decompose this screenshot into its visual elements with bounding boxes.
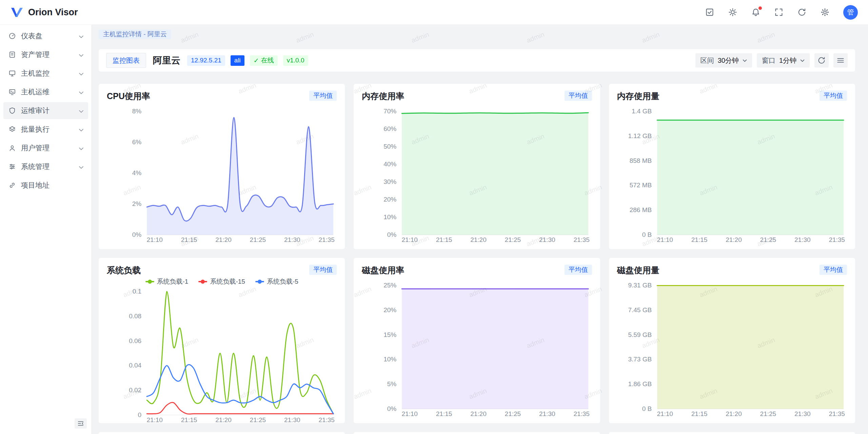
- svg-text:21:25: 21:25: [250, 416, 266, 423]
- svg-text:21:25: 21:25: [505, 236, 521, 243]
- sidebar-item-system-mgmt[interactable]: 系统管理: [3, 158, 88, 175]
- svg-text:21:10: 21:10: [657, 410, 673, 417]
- legend-item[interactable]: 系统负载-1: [145, 277, 189, 286]
- host-ops-icon: [8, 88, 16, 96]
- svg-text:21:30: 21:30: [539, 236, 555, 243]
- svg-text:21:35: 21:35: [829, 410, 845, 417]
- sidebar-item-user-mgmt[interactable]: 用户管理: [3, 139, 88, 156]
- collapse-sidebar-button[interactable]: [75, 418, 87, 429]
- chart-title: CPU使用率: [107, 91, 150, 102]
- sidebar-item-assets[interactable]: 资产管理: [3, 46, 88, 63]
- monitor-chart-button[interactable]: 监控图表: [106, 53, 146, 68]
- svg-text:30%: 30%: [383, 178, 396, 185]
- sidebar-item-project-link[interactable]: 项目地址: [3, 177, 88, 194]
- svg-text:20%: 20%: [383, 196, 396, 203]
- chart-card-partial: [609, 432, 855, 434]
- svg-text:10%: 10%: [383, 356, 396, 363]
- range-select[interactable]: 区间 30分钟: [695, 53, 752, 68]
- host-agent-tag: ali: [231, 55, 244, 66]
- svg-text:21:25: 21:25: [760, 410, 776, 417]
- chart-canvas: 9.31 GB7.45 GB5.59 GB3.73 GB1.86 GB0 B21…: [617, 278, 847, 419]
- svg-text:21:10: 21:10: [146, 416, 163, 423]
- svg-text:0 B: 0 B: [642, 405, 652, 412]
- chart-title: 磁盘使用量: [617, 265, 659, 276]
- avg-badge: 平均值: [309, 265, 337, 275]
- chart-card-memory-rate: 内存使用率 平均值 70%60%50%40%30%20%10%0%21:1021…: [354, 84, 600, 249]
- watermark-text: admin: [641, 31, 661, 44]
- svg-text:60%: 60%: [383, 125, 396, 132]
- chart-card-disk-rate: 磁盘使用率 平均值 25%20%15%10%5%0%21:1021:1521:2…: [354, 258, 600, 423]
- svg-text:1.4 GB: 1.4 GB: [632, 108, 652, 115]
- chevron-down-icon: [79, 32, 83, 40]
- legend-item[interactable]: 系统负载-5: [255, 277, 298, 286]
- svg-text:21:20: 21:20: [215, 416, 232, 423]
- check-icon: ✓: [254, 57, 259, 64]
- svg-text:0%: 0%: [387, 231, 397, 238]
- svg-text:21:20: 21:20: [726, 236, 742, 243]
- watermark-text: admin: [526, 31, 546, 44]
- svg-text:21:25: 21:25: [760, 236, 776, 243]
- fullscreen-icon[interactable]: [774, 7, 784, 17]
- svg-text:21:30: 21:30: [284, 416, 300, 423]
- watermark-text: admin: [295, 31, 315, 44]
- chart-legend: 系统负载-1系统负载-15系统负载-5: [107, 277, 337, 286]
- svg-text:21:15: 21:15: [181, 416, 197, 423]
- assets-icon: [8, 51, 16, 59]
- svg-text:8%: 8%: [132, 108, 142, 115]
- avg-badge: 平均值: [565, 91, 592, 101]
- sidebar-item-host-ops[interactable]: 主机运维: [3, 83, 88, 100]
- brand[interactable]: Orion Visor: [10, 6, 78, 18]
- window-label: 窗口: [762, 56, 775, 65]
- hamburger-menu-icon: [836, 56, 845, 64]
- theme-toggle-icon[interactable]: [728, 7, 737, 17]
- avatar[interactable]: 管: [843, 5, 858, 20]
- avg-badge: 平均值: [565, 265, 592, 275]
- svg-text:21:20: 21:20: [726, 410, 742, 417]
- host-name: 阿里云: [153, 54, 180, 67]
- svg-text:4%: 4%: [132, 169, 142, 176]
- svg-text:21:20: 21:20: [471, 236, 487, 243]
- svg-text:50%: 50%: [383, 143, 396, 150]
- chevron-down-icon: [79, 144, 83, 152]
- svg-text:21:30: 21:30: [794, 236, 811, 243]
- sidebar-item-host-monitoring[interactable]: 主机监控: [3, 65, 88, 82]
- chevron-down-icon: [79, 51, 83, 59]
- refresh-icon[interactable]: [797, 7, 807, 17]
- chart-settings-button[interactable]: [833, 53, 848, 68]
- chart-canvas: 70%60%50%40%30%20%10%0%21:1021:1521:2021…: [362, 103, 592, 245]
- notifications-bell-icon[interactable]: [751, 7, 761, 17]
- sidebar-item-batch-exec[interactable]: 批量执行: [3, 121, 88, 138]
- breadcrumb[interactable]: 主机监控详情 - 阿里云: [99, 30, 171, 39]
- svg-text:40%: 40%: [383, 161, 396, 168]
- status-badge: ✓在线: [250, 55, 278, 66]
- settings-gear-icon[interactable]: [820, 7, 830, 17]
- chevron-down-icon: [79, 69, 83, 77]
- sidebar-item-ops-audit[interactable]: 运维审计: [3, 102, 88, 119]
- window-select[interactable]: 窗口 1分钟: [757, 53, 810, 68]
- sidebar-item-label: 资产管理: [21, 50, 74, 59]
- sidebar-item-label: 主机监控: [21, 69, 74, 78]
- svg-text:7.45 GB: 7.45 GB: [628, 306, 652, 314]
- host-ip-tag: 12.92.5.21: [187, 55, 225, 66]
- svg-text:6%: 6%: [132, 138, 142, 146]
- svg-text:572 MB: 572 MB: [629, 182, 651, 189]
- batch-layers-icon: [8, 125, 16, 133]
- host-header-card: 监控图表 阿里云 12.92.5.21 ali ✓在线 v1.0.0 区间 30…: [99, 49, 855, 72]
- svg-text:21:35: 21:35: [318, 416, 335, 423]
- chevron-down-icon: [79, 88, 83, 96]
- collapse-sidebar-icon: [77, 420, 84, 427]
- sidebar-item-dashboard[interactable]: 仪表盘: [3, 27, 88, 44]
- svg-text:21:15: 21:15: [436, 410, 452, 417]
- chart-title: 内存使用率: [362, 91, 404, 102]
- refresh-charts-button[interactable]: [814, 53, 829, 68]
- range-value: 30分钟: [718, 56, 739, 65]
- svg-text:9.31 GB: 9.31 GB: [628, 282, 652, 289]
- topbar-actions: 管: [705, 5, 858, 20]
- legend-item[interactable]: 系统负载-15: [198, 277, 245, 286]
- chart-canvas: 25%20%15%10%5%0%21:1021:1521:2021:2521:3…: [362, 278, 592, 419]
- dashboard-icon: [8, 32, 16, 40]
- avg-badge: 平均值: [820, 265, 847, 275]
- svg-text:21:20: 21:20: [215, 236, 232, 243]
- chart-card-cpu-usage: CPU使用率 平均值 8%6%4%2%0%21:1021:1521:2021:2…: [99, 84, 345, 249]
- changelog-icon[interactable]: [705, 7, 714, 17]
